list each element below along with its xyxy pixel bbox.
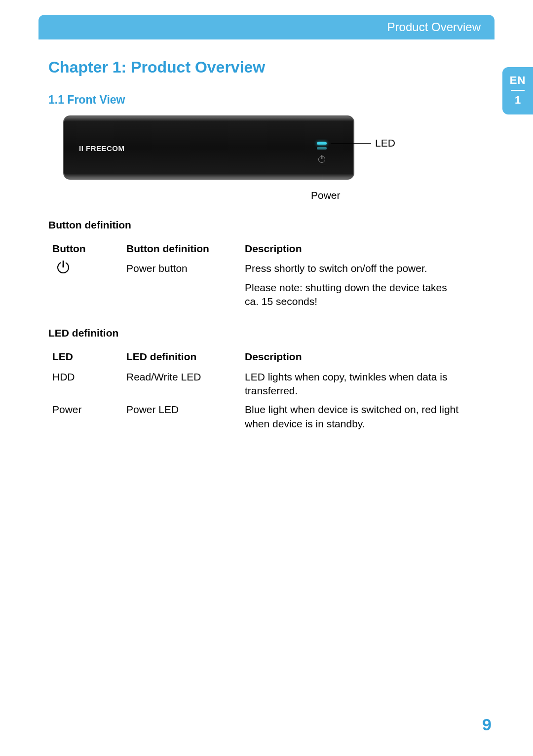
front-view-figure: II FREECOM LED Power — [63, 115, 464, 204]
table-row: Power button Press shortly to switch on/… — [48, 261, 464, 312]
side-tab-chapter: 1 — [502, 94, 533, 107]
col-led: LED — [48, 348, 122, 369]
device-body: II FREECOM — [63, 115, 354, 180]
led-name-cell: Power — [48, 402, 122, 435]
page-number: 9 — [482, 715, 492, 734]
power-icon — [57, 262, 69, 273]
button-definition-heading: Button definition — [48, 219, 464, 231]
callout-power-line — [323, 165, 323, 189]
led-description-cell: Blue light when device is switched on, r… — [241, 402, 464, 435]
section-title: 1.1 Front View — [48, 93, 464, 107]
col-description: Description — [241, 240, 464, 261]
col-button-definition: Button definition — [122, 240, 241, 261]
side-tab-lang: EN — [502, 74, 533, 87]
led-name-cell: HDD — [48, 369, 122, 402]
button-description-cell: Press shortly to switch on/off the power… — [241, 261, 464, 312]
button-definition-table: Button Button definition Description Pow… — [48, 240, 464, 312]
callout-led-label: LED — [375, 137, 395, 149]
table-header-row: LED LED definition Description — [48, 348, 464, 369]
description-line: Please note: shutting down the device ta… — [245, 281, 460, 309]
side-tab-divider — [511, 90, 525, 91]
callout-led-line — [331, 143, 371, 144]
callout-power-label: Power — [311, 189, 341, 201]
led-description-cell: LED lights when copy, twinkles when data… — [241, 369, 464, 402]
chapter-title: Chapter 1: Product Overview — [48, 58, 464, 76]
device-brand-label: II FREECOM — [79, 144, 125, 152]
device-led-top — [317, 142, 327, 145]
led-definition-cell: Read/Write LED — [122, 369, 241, 402]
col-led-definition: LED definition — [122, 348, 241, 369]
col-description: Description — [241, 348, 464, 369]
side-tab: EN 1 — [502, 67, 533, 114]
header-title: Product Overview — [387, 20, 481, 34]
page-content: Chapter 1: Product Overview 1.1 Front Vi… — [48, 58, 464, 435]
led-definition-table: LED LED definition Description HDD Read/… — [48, 348, 464, 435]
page-header: Product Overview — [38, 15, 495, 39]
table-row: HDD Read/Write LED LED lights when copy,… — [48, 369, 464, 402]
device-power-icon — [318, 156, 325, 163]
led-definition-cell: Power LED — [122, 402, 241, 435]
device-led-bottom — [317, 147, 327, 150]
description-line: Press shortly to switch on/off the power… — [245, 262, 460, 275]
col-button: Button — [48, 240, 122, 261]
button-definition-cell: Power button — [122, 261, 241, 312]
button-icon-cell — [48, 261, 122, 312]
led-definition-heading: LED definition — [48, 327, 464, 339]
table-row: Power Power LED Blue light when device i… — [48, 402, 464, 435]
table-header-row: Button Button definition Description — [48, 240, 464, 261]
